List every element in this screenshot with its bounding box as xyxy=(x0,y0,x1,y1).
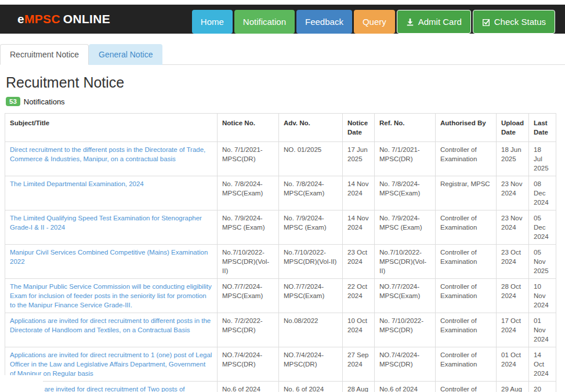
app-header: eMPSCONLINE Home Notification Feedback Q… xyxy=(0,5,565,34)
check-status-button-label: Check Status xyxy=(494,17,546,27)
notice-date-cell: 22 Oct 2024 xyxy=(343,279,375,313)
table-row: Direct recruitment to the different post… xyxy=(5,142,556,176)
subject-cell: Direct recruitment to the different post… xyxy=(5,142,218,176)
col-ref-no: Ref. No. xyxy=(375,114,436,142)
notice-link[interactable]: Applications are invited for direct recr… xyxy=(10,317,211,333)
query-button-label: Query xyxy=(363,17,386,27)
table-row: Manipur Civil Services Combined Competit… xyxy=(5,245,556,279)
notice-no-cell: NO.7/7/2024-MPSC(Exam) xyxy=(218,279,279,313)
ref-no-cell: NO.7/7/2024-MPSC(Exam) xyxy=(375,279,436,313)
upload-date-cell: 17 Oct 2024 xyxy=(497,313,529,347)
ref-no-cell: No. 7/8/2024-MPSC(Exam) xyxy=(375,176,436,210)
authorised-by-cell: Controller of Examination xyxy=(436,382,497,392)
notice-link[interactable]: Applications are invited for direct recr… xyxy=(10,351,212,377)
notice-no-cell: No. 7/9/2024-MPSC (Exam) xyxy=(218,210,279,245)
check-square-icon xyxy=(482,18,490,26)
subject-cell: The Limited Qualifying Speed Test Examin… xyxy=(5,210,218,245)
adv-no-cell: NO. 01/2025 xyxy=(279,142,343,176)
notice-date-cell: 14 Nov 2024 xyxy=(343,176,375,210)
authorised-by-cell: Controller of Examination xyxy=(436,245,497,279)
adv-no-cell: NO.7/7/2024-MPSC(Exam) xyxy=(279,279,343,313)
check-status-button[interactable]: Check Status xyxy=(473,10,555,34)
notice-link[interactable]: Manipur Civil Services Combined Competit… xyxy=(10,249,208,265)
notifications-count-row: 53 Notifications xyxy=(6,97,565,106)
ref-no-cell: No.6 of 2024 xyxy=(375,382,436,392)
col-upload-date: Upload Date xyxy=(497,114,529,142)
ref-no-cell: NO.7/4/2024-MPSC(DR) xyxy=(375,347,436,382)
notice-date-cell: 23 Oct 2024 xyxy=(343,245,375,279)
adv-no-cell: No. 7/9/2024-MPSC (Exam) xyxy=(279,210,343,245)
ref-no-cell: No. 7/1/2021-MPSC(DR) xyxy=(375,142,436,176)
notice-date-cell: 28 Aug 2024 xyxy=(343,382,375,392)
upload-date-cell: 23 Nov 2024 xyxy=(497,176,529,210)
table-row: Application are invited for direct recru… xyxy=(5,382,556,392)
authorised-by-cell: Controller of Examination xyxy=(436,142,497,176)
tab-recruitment-notice[interactable]: Recruitment Notice xyxy=(0,44,89,65)
col-subject-title: Subject/Title xyxy=(5,114,218,142)
ref-no-cell: No. 7/9/2024-MPSC (Exam) xyxy=(375,210,436,245)
notifications-label: Notifications xyxy=(24,97,65,106)
table-row: The Manipur Public Service Commission wi… xyxy=(5,279,556,313)
last-date-cell: 20 Sep 2024 xyxy=(529,382,556,392)
last-date-cell: 05 Dec 2024 xyxy=(529,210,556,245)
col-notice-date: Notice Date xyxy=(343,114,375,142)
logo-part-mpsc: MPSC xyxy=(24,12,60,26)
last-date-cell: 10 Nov 2024 xyxy=(529,279,556,313)
table-row: Applications are invited for direct recr… xyxy=(5,313,556,347)
main-nav: Home Notification Feedback Query Admit C… xyxy=(192,10,555,34)
subject-cell: Manipur Civil Services Combined Competit… xyxy=(5,245,218,279)
authorised-by-cell: Controller of Examination xyxy=(436,347,497,382)
notices-table: Subject/Title Notice No. Adv. No. Notice… xyxy=(5,113,556,392)
authorised-by-cell: Controller of Examination xyxy=(436,313,497,347)
adv-no-cell: No.08/2022 xyxy=(279,313,343,347)
notice-link[interactable]: The Limited Qualifying Speed Test Examin… xyxy=(10,215,202,231)
col-notice-no: Notice No. xyxy=(218,114,279,142)
admit-card-button-label: Admit Card xyxy=(418,17,462,27)
notice-no-cell: NO.7/4/2024-MPSC(DR) xyxy=(218,347,279,382)
notice-no-cell: No.7/10/2022-MPSC(DR)(Vol-II) xyxy=(218,245,279,279)
logo-part-e: e xyxy=(17,12,24,26)
app-logo: eMPSCONLINE xyxy=(17,12,110,26)
download-icon xyxy=(406,18,414,26)
tab-general-notice[interactable]: General Notice xyxy=(89,44,162,65)
authorised-by-cell: Controller of Examination xyxy=(436,210,497,245)
notice-link[interactable]: Direct recruitment to the different post… xyxy=(10,146,205,162)
subject-cell: The Manipur Public Service Commission wi… xyxy=(5,279,218,313)
query-button[interactable]: Query xyxy=(354,10,395,34)
notice-link[interactable]: The Manipur Public Service Commission wi… xyxy=(10,283,212,308)
last-date-cell: 14 Oct 2024 xyxy=(529,347,556,382)
table-row: Applications are invited for direct recr… xyxy=(5,347,556,382)
admit-card-button[interactable]: Admit Card xyxy=(397,10,471,34)
last-date-cell: 05 Nov 2025 xyxy=(529,245,556,279)
logo-part-online: ONLINE xyxy=(63,12,110,26)
notice-no-cell: No. 7/8/2024-MPSC(Exam) xyxy=(218,176,279,210)
notice-no-cell: No. 7/1/2021-MPSC(DR) xyxy=(218,142,279,176)
home-button[interactable]: Home xyxy=(192,10,233,34)
home-button-label: Home xyxy=(201,17,224,27)
ref-no-cell: No. 7/10/2022-MPSC(DR) xyxy=(375,313,436,347)
tab-bar: Recruitment Notice General Notice xyxy=(0,44,565,65)
notification-button-label: Notification xyxy=(243,17,286,27)
notification-button[interactable]: Notification xyxy=(234,10,295,34)
subject-cell: Applications are invited for direct recr… xyxy=(5,313,218,347)
table-row: The Limited Departmental Examination, 20… xyxy=(5,176,556,210)
adv-no-cell: No.7/10/2022-MPSC(DR)(Vol-II) xyxy=(279,245,343,279)
table-row: The Limited Qualifying Speed Test Examin… xyxy=(5,210,556,245)
last-date-cell: 08 Dec 2024 xyxy=(529,176,556,210)
notifications-count-badge: 53 xyxy=(6,97,20,106)
adv-no-cell: NO.7/4/2024-MPSC(DR) xyxy=(279,347,343,382)
last-date-cell: 18 Jul 2025 xyxy=(529,142,556,176)
feedback-button[interactable]: Feedback xyxy=(296,10,352,34)
tab-general-notice-label: General Notice xyxy=(99,50,153,59)
ref-no-cell: No.7/10/2022-MPSC(DR)(Vol-II) xyxy=(375,245,436,279)
notice-date-cell: 27 Sep 2024 xyxy=(343,347,375,382)
notice-table-body: Direct recruitment to the different post… xyxy=(5,142,556,392)
col-authorised-by: Authorised By xyxy=(436,114,497,142)
white-corner-overlay xyxy=(0,375,43,392)
last-date-cell: 01 Nov 2024 xyxy=(529,313,556,347)
subject-cell: The Limited Departmental Examination, 20… xyxy=(5,176,218,210)
notice-link[interactable]: The Limited Departmental Examination, 20… xyxy=(10,180,144,187)
upload-date-cell: 01 Oct 2024 xyxy=(497,347,529,382)
authorised-by-cell: Controller of Examination xyxy=(436,279,497,313)
adv-no-cell: No. 7/8/2024-MPSC(Exam) xyxy=(279,176,343,210)
